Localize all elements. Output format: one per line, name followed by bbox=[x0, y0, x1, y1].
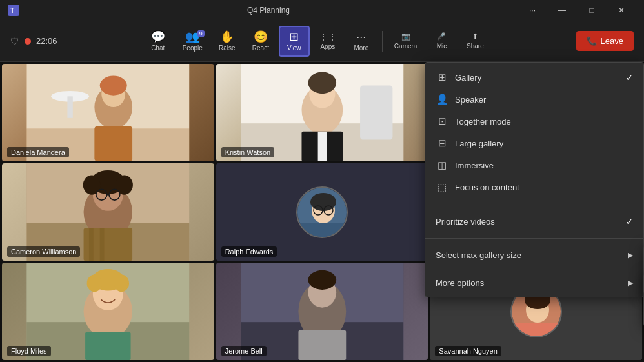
chat-icon: 💬 bbox=[151, 31, 165, 43]
prioritize-label: Prioritize videos bbox=[436, 217, 495, 226]
toolbar-right: 📞 Leave bbox=[576, 31, 634, 51]
svg-rect-14 bbox=[360, 86, 392, 140]
focus-icon: ⬚ bbox=[436, 181, 448, 193]
view-button[interactable]: ⊞ View bbox=[279, 26, 310, 57]
menu-item-prioritize[interactable]: Prioritize videos ✓ bbox=[425, 212, 643, 232]
participant-name-7: Floyd Miles bbox=[7, 346, 51, 356]
svg-point-32 bbox=[116, 175, 133, 194]
phone-icon: 📞 bbox=[587, 36, 597, 46]
svg-point-63 bbox=[87, 274, 102, 292]
svg-rect-6 bbox=[67, 96, 72, 118]
more-options-label: More options bbox=[436, 278, 484, 288]
teams-logo-icon: T bbox=[8, 5, 19, 16]
minimize-btn[interactable]: — bbox=[547, 0, 577, 21]
participant-name-2: Kristin Watson bbox=[221, 147, 275, 157]
video-cell-4: Cameron Williamson bbox=[2, 163, 214, 261]
svg-point-17 bbox=[308, 72, 336, 94]
react-button[interactable]: 😊 React bbox=[245, 27, 276, 55]
more-label: More bbox=[354, 45, 368, 52]
participant-name-4: Cameron Williamson bbox=[7, 246, 80, 257]
video-cell-1: Daniela Mandera bbox=[2, 64, 214, 161]
svg-rect-38 bbox=[100, 228, 105, 261]
large-gallery-label: Large gallery bbox=[455, 139, 503, 148]
view-label: View bbox=[287, 45, 301, 52]
menu-item-gallery[interactable]: ⊞ Gallery ✓ bbox=[425, 66, 643, 88]
toolbar-center: 💬 Chat 👥 People 9 ✋ Raise 😊 React ⊞ View… bbox=[143, 26, 491, 57]
share-icon: ⬆ bbox=[472, 32, 478, 41]
menu-item-gallery-size[interactable]: Select max gallery size ▶ 4 people 9 peo… bbox=[425, 245, 643, 265]
window-controls: ··· — □ ✕ bbox=[518, 0, 636, 21]
more-icon: ··· bbox=[356, 31, 366, 43]
menu-item-more-options[interactable]: More options ▶ people bbox=[425, 273, 643, 293]
menu-item-focus[interactable]: ⬚ Focus on content bbox=[425, 176, 643, 198]
toolbar: 🛡 22:06 💬 Chat 👥 People 9 ✋ Raise 😊 Reac… bbox=[0, 21, 644, 62]
apps-button[interactable]: ⋮⋮ Apps bbox=[312, 28, 343, 54]
participant-name-5: Ralph Edwards bbox=[221, 246, 277, 257]
apps-icon: ⋮⋮ bbox=[319, 32, 337, 41]
view-icon: ⊞ bbox=[289, 31, 299, 43]
mic-icon: 🎤 bbox=[437, 32, 446, 41]
gallery-label: Gallery bbox=[455, 73, 481, 83]
svg-rect-10 bbox=[94, 126, 132, 161]
share-button[interactable]: ⬆ Share bbox=[459, 28, 490, 54]
more-options-btn[interactable]: ··· bbox=[518, 0, 547, 21]
camera-button[interactable]: 📷 Camera bbox=[388, 28, 424, 54]
apps-label: Apps bbox=[320, 43, 335, 50]
participant-name-8: Jerome Bell bbox=[221, 346, 267, 356]
view-options-section: ⊞ Gallery ✓ 👤 Speaker ⊡ Together mode ⊟ … bbox=[425, 63, 643, 202]
more-button[interactable]: ··· More bbox=[346, 27, 377, 55]
together-icon: ⊡ bbox=[436, 116, 448, 127]
mic-button[interactable]: 🎤 Mic bbox=[426, 28, 457, 54]
gallery-check: ✓ bbox=[626, 73, 633, 83]
main-area: Daniela Mandera bbox=[0, 62, 644, 362]
shield-icon: 🛡 bbox=[10, 36, 19, 46]
svg-rect-72 bbox=[298, 330, 346, 360]
prioritize-check: ✓ bbox=[626, 217, 633, 226]
chat-button[interactable]: 💬 Chat bbox=[143, 27, 174, 55]
svg-text:T: T bbox=[10, 7, 14, 14]
prioritize-section: Prioritize videos ✓ bbox=[425, 208, 643, 236]
immersive-label: Immersive bbox=[455, 161, 494, 170]
menu-item-large-gallery[interactable]: ⊟ Large gallery bbox=[425, 132, 643, 154]
svg-point-31 bbox=[83, 175, 101, 194]
svg-point-71 bbox=[308, 270, 336, 290]
svg-rect-37 bbox=[89, 228, 94, 261]
video-cell-5: Ralph Edwards bbox=[216, 163, 428, 261]
immersive-icon: ◫ bbox=[436, 159, 448, 171]
recording-time: 22:06 bbox=[36, 36, 57, 46]
menu-item-immersive[interactable]: ◫ Immersive bbox=[425, 154, 643, 176]
menu-item-speaker[interactable]: 👤 Speaker bbox=[425, 88, 643, 110]
react-label: React bbox=[252, 45, 269, 52]
gallery-icon: ⊞ bbox=[436, 72, 448, 83]
mic-label: Mic bbox=[437, 43, 447, 50]
share-label: Share bbox=[467, 43, 484, 50]
raise-button[interactable]: ✋ Raise bbox=[212, 27, 243, 55]
svg-rect-65 bbox=[85, 332, 130, 360]
speaker-icon: 👤 bbox=[436, 94, 448, 105]
gallery-size-section: Select max gallery size ▶ 4 people 9 peo… bbox=[425, 241, 643, 269]
react-icon: 😊 bbox=[254, 31, 268, 43]
more-options-arrow: ▶ bbox=[628, 279, 633, 287]
maximize-btn[interactable]: □ bbox=[577, 0, 607, 21]
people-button[interactable]: 👥 People 9 bbox=[176, 27, 209, 55]
toolbar-separator bbox=[382, 31, 383, 52]
toolbar-left: 🛡 22:06 bbox=[10, 36, 57, 46]
chat-label: Chat bbox=[151, 45, 165, 52]
svg-rect-76 bbox=[512, 323, 562, 337]
menu-item-together[interactable]: ⊡ Together mode bbox=[425, 110, 643, 132]
speaker-label: Speaker bbox=[455, 95, 486, 105]
svg-rect-45 bbox=[297, 223, 348, 238]
svg-rect-19 bbox=[317, 132, 326, 161]
raise-icon: ✋ bbox=[220, 31, 234, 43]
large-gallery-icon: ⊟ bbox=[436, 137, 448, 149]
video-cell-7: Floyd Miles bbox=[2, 263, 214, 360]
together-label: Together mode bbox=[455, 117, 511, 126]
participant-name-9: Savannah Nguyen bbox=[435, 346, 501, 356]
people-label: People bbox=[183, 45, 203, 52]
focus-label: Focus on content bbox=[455, 183, 519, 192]
leave-button[interactable]: 📞 Leave bbox=[576, 31, 634, 51]
menu-divider-1 bbox=[425, 205, 643, 205]
close-btn[interactable]: ✕ bbox=[607, 0, 636, 21]
ralph-avatar bbox=[296, 186, 348, 238]
camera-icon: 📷 bbox=[401, 32, 410, 41]
